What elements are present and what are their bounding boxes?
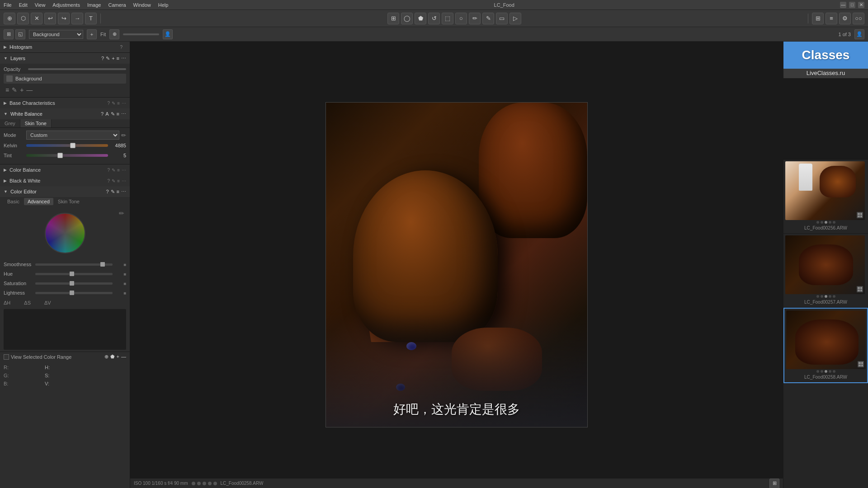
base-characteristics-row[interactable]: ▶ Base Characteristics ? ✎ ≡ ⋯: [0, 98, 130, 108]
tool-btn-3[interactable]: ✕: [31, 13, 42, 24]
layer-item-background[interactable]: Background: [4, 74, 126, 84]
wb-help-icon[interactable]: ?: [101, 111, 104, 117]
tool-btn-redo[interactable]: ↪: [58, 13, 70, 24]
view-btn-2[interactable]: ◱: [15, 29, 25, 39]
vsm-icon-3[interactable]: +: [117, 354, 119, 360]
menu-file[interactable]: File: [4, 2, 12, 8]
tool-select[interactable]: ⊞: [387, 13, 399, 24]
tool-crop[interactable]: ⬚: [442, 13, 453, 24]
page-person-btn[interactable]: 👤: [854, 29, 864, 39]
ce-tab-basic[interactable]: Basic: [4, 198, 23, 205]
bw-more[interactable]: ⋯: [122, 178, 126, 183]
tool-btn-undo[interactable]: ↩: [44, 13, 56, 24]
wb-list-icon[interactable]: ≡: [117, 111, 119, 117]
tool-eraser[interactable]: ▷: [509, 13, 521, 24]
menu-window[interactable]: Window: [133, 2, 151, 8]
ce-list-icon[interactable]: ≡: [117, 189, 119, 195]
add-layer-button[interactable]: +: [87, 29, 97, 39]
wb-person-icon[interactable]: A: [105, 111, 108, 117]
wb-tab-skintone[interactable]: Skin Tone: [20, 119, 52, 127]
close-button[interactable]: ✕: [858, 2, 864, 8]
minimize-button[interactable]: —: [840, 2, 846, 8]
thumbnail-item-3[interactable]: LC_Food00258.ARW: [783, 308, 868, 383]
layers-edit-icon[interactable]: ✎: [106, 56, 110, 61]
tool-settings[interactable]: ⚙: [839, 13, 851, 24]
menu-adjustments[interactable]: Adjustments: [52, 2, 80, 8]
color-editor-header[interactable]: ▼ Color Editor ? ✎ ≡ ⋯: [0, 186, 130, 197]
thumbnail-item-2[interactable]: LC_Food00257.ARW: [783, 234, 868, 308]
layers-header[interactable]: ▼ Layers ? ✎ + ≡ ⋯: [0, 53, 130, 64]
cb-edit[interactable]: ✎: [112, 168, 115, 173]
smoothness-slider[interactable]: [35, 263, 113, 266]
layers-bottom-menu-icon[interactable]: ≡: [5, 86, 9, 94]
tool-btn-forward[interactable]: →: [71, 13, 83, 24]
zoom-slider[interactable]: [123, 33, 159, 35]
wb-mode-select[interactable]: Custom: [26, 131, 119, 140]
layers-bottom-delete-icon[interactable]: —: [26, 86, 33, 94]
tool-lasso[interactable]: ◯: [401, 13, 413, 24]
ce-tab-skintone[interactable]: Skin Tone: [54, 198, 83, 205]
opacity-slider[interactable]: [28, 68, 126, 70]
view-btn-1[interactable]: ⊞: [4, 29, 14, 39]
tool-brush[interactable]: ✎: [482, 13, 494, 24]
layers-add-icon[interactable]: +: [112, 56, 114, 61]
wb-tint-slider[interactable]: [26, 154, 108, 157]
vsm-icon-4[interactable]: —: [121, 354, 126, 360]
tool-pen[interactable]: ✏: [469, 13, 481, 24]
tool-stamp[interactable]: ▭: [496, 13, 508, 24]
zoom-btn[interactable]: ⊕: [109, 29, 119, 39]
ce-eyedropper-icon[interactable]: ✏: [119, 210, 124, 217]
tool-info[interactable]: ○○: [853, 13, 864, 24]
layers-help-icon[interactable]: ?: [101, 56, 104, 61]
tool-btn-1[interactable]: ⊕: [4, 13, 15, 24]
black-white-row[interactable]: ▶ Black & White ? ✎ ≡ ⋯: [0, 175, 130, 186]
view-selected-checkbox[interactable]: [4, 354, 9, 360]
menu-view[interactable]: View: [35, 2, 46, 8]
base-char-edit[interactable]: ✎: [112, 101, 115, 106]
tool-btn-2[interactable]: ⬡: [17, 13, 29, 24]
tool-poly[interactable]: ⬟: [415, 13, 426, 24]
menu-help[interactable]: Help: [158, 2, 169, 8]
wb-tab-grey[interactable]: Grey: [0, 119, 20, 127]
wb-more-icon[interactable]: ⋯: [121, 111, 126, 117]
wb-eyedropper-icon[interactable]: ✏: [121, 132, 126, 139]
bw-list[interactable]: ≡: [117, 178, 120, 183]
ce-help-icon[interactable]: ?: [106, 189, 108, 195]
menu-edit[interactable]: Edit: [19, 2, 28, 8]
saturation-slider[interactable]: [35, 282, 113, 285]
color-balance-row[interactable]: ▶ Color Balance ? ✎ ≡ ⋯: [0, 164, 130, 175]
cb-help[interactable]: ?: [108, 168, 110, 173]
hue-slider[interactable]: [35, 273, 113, 275]
vsm-icon-1[interactable]: ⊕: [104, 354, 108, 360]
layer-select-dropdown[interactable]: Background: [29, 30, 83, 39]
layers-menu-icon[interactable]: ≡: [117, 56, 119, 61]
bw-edit[interactable]: ✎: [112, 178, 115, 183]
lightness-slider[interactable]: [35, 292, 113, 294]
menu-camera[interactable]: Camera: [108, 2, 126, 8]
maximize-button[interactable]: □: [849, 2, 855, 8]
layers-bottom-add-icon[interactable]: +: [20, 86, 24, 94]
bw-help[interactable]: ?: [108, 178, 110, 183]
wb-edit-icon[interactable]: ✎: [111, 111, 115, 117]
tool-grid[interactable]: ⊞: [812, 13, 824, 24]
vsm-icon-2[interactable]: ⬟: [110, 354, 115, 360]
person-btn[interactable]: 👤: [163, 29, 173, 39]
cb-list[interactable]: ≡: [117, 168, 120, 173]
tool-list[interactable]: ≡: [826, 13, 837, 24]
tool-rotate[interactable]: ↺: [428, 13, 440, 24]
color-wheel[interactable]: [45, 213, 85, 253]
histogram-help-icon[interactable]: ?: [120, 45, 123, 50]
histogram-header[interactable]: ▶ Histogram ?: [0, 42, 130, 52]
layers-more-icon[interactable]: ⋯: [121, 56, 126, 61]
layers-bottom-edit-icon[interactable]: ✎: [12, 86, 17, 94]
tool-circle[interactable]: ○: [455, 13, 467, 24]
cb-more[interactable]: ⋯: [122, 168, 126, 173]
ce-edit-icon[interactable]: ✎: [111, 189, 115, 195]
wb-kelvin-slider[interactable]: [26, 144, 108, 147]
canvas-grid-icon[interactable]: ⊞: [769, 479, 779, 488]
thumbnail-item-1[interactable]: LC_Food00256.ARW: [783, 160, 868, 234]
tool-btn-text[interactable]: T: [85, 13, 97, 24]
white-balance-header[interactable]: ▼ White Balance ? A ✎ ≡ ⋯: [0, 108, 130, 119]
base-char-list[interactable]: ≡: [117, 101, 120, 106]
ce-tab-advanced[interactable]: Advanced: [24, 198, 53, 205]
